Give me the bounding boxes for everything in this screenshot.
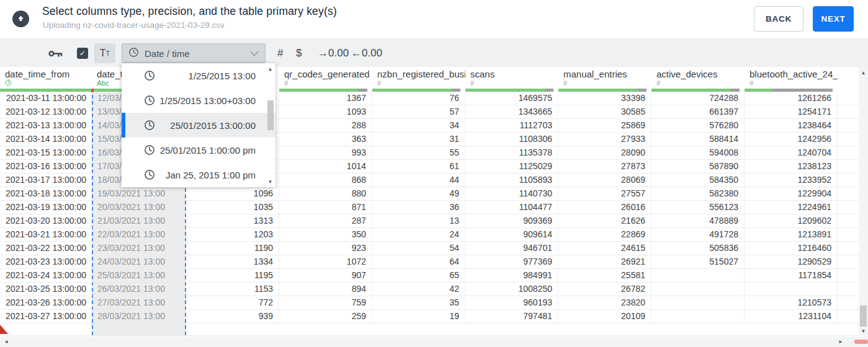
datetime-format-label: 25/01/2015 1:00:00 pm — [160, 145, 275, 156]
table-cell: 2021-03-12 13:00:00 — [0, 105, 92, 119]
datetime-format-option[interactable]: 1/25/2015 13:00+03:00 — [122, 88, 275, 113]
header: Select columns type, precision, and the … — [0, 0, 868, 38]
table-cell: 1224961 — [745, 201, 838, 214]
table-cell: 2021-03-27 13:00:00 — [0, 310, 92, 323]
integer-type-button[interactable]: # — [277, 39, 283, 68]
table-cell: 2021-03-23 13:00:00 — [0, 255, 92, 269]
table-cell: 1254171 — [745, 105, 838, 119]
boolean-type-button[interactable]: ✓ — [77, 39, 88, 68]
table-cell: 27557 — [558, 187, 651, 201]
horizontal-scrollbar-thumb[interactable] — [854, 340, 868, 344]
scroll-up-icon[interactable]: ▲ — [266, 64, 275, 73]
column-header-qr_codes_generated[interactable]: qr_codes_generated# — [279, 67, 372, 89]
column-header-active_devices[interactable]: active_devices# — [651, 67, 745, 89]
scroll-down-icon[interactable]: ▼ — [266, 177, 275, 186]
datetime-format-option[interactable]: Jan 25, 2015 1:00 pm — [122, 162, 275, 187]
table-cell: 984991 — [465, 269, 558, 283]
upload-icon — [12, 11, 29, 27]
scroll-right-icon[interactable]: ► — [836, 336, 845, 347]
clock-icon — [144, 120, 155, 131]
table-cell: 27/03/2021 13:00 — [92, 296, 186, 310]
primary-key-button[interactable] — [48, 39, 63, 68]
table-cell: 76 — [372, 92, 465, 105]
table-cell: 594008 — [651, 146, 745, 160]
scroll-left-icon[interactable]: ◄ — [2, 336, 11, 347]
table-cell: 31 — [372, 133, 465, 146]
column-type-glyph: # — [372, 79, 465, 87]
text-type-label: T — [100, 48, 106, 59]
clock-icon — [144, 70, 155, 81]
datetime-format-option[interactable]: 1/25/2015 13:00 — [122, 63, 275, 88]
datetime-format-label: 25/01/2015 13:00:00 — [170, 120, 275, 131]
vertical-scrollbar-thumb[interactable] — [860, 305, 867, 327]
table-cell: 2021-03-17 13:00:00 — [0, 174, 92, 187]
column-header-scans[interactable]: scans# — [465, 67, 558, 89]
next-button[interactable]: NEXT — [813, 6, 854, 32]
csv-import-wizard: Select columns type, precision, and the … — [0, 0, 868, 347]
column-header-manual_entries[interactable]: manual_entries# — [558, 67, 651, 89]
datetime-format-option[interactable]: 25/01/2015 1:00:00 pm — [122, 138, 275, 162]
table-cell: 22/03/2021 13:00 — [92, 228, 186, 242]
table-cell: 1261266 — [745, 92, 838, 105]
text-type-button[interactable]: TT — [94, 43, 115, 63]
table-row: 2021-03-22 13:00:0023/03/2021 13:0011909… — [0, 242, 859, 255]
table-cell: 1242956 — [745, 133, 838, 146]
column-name: nzbn_registered_busine — [372, 67, 465, 79]
table-cell: 1290529 — [745, 255, 838, 269]
table-cell: 1014 — [279, 160, 372, 174]
table-cell — [651, 269, 745, 283]
table-cell: 894 — [279, 283, 372, 296]
table-cell: 61 — [372, 160, 465, 174]
datetime-format-option[interactable]: 25/01/2015 13:00:00 — [122, 113, 275, 138]
table-cell: 582380 — [651, 187, 745, 201]
back-button[interactable]: BACK — [754, 6, 803, 32]
column-type-glyph: # — [745, 79, 838, 87]
table-cell: 25581 — [558, 269, 651, 283]
horizontal-scrollbar[interactable]: ◄ ► — [0, 336, 868, 347]
table-cell — [745, 283, 838, 296]
table-cell: 49 — [372, 187, 465, 201]
column-header-bluetooth_active_24_hr_[interactable]: bluetooth_active_24_hr_# — [745, 67, 838, 89]
currency-type-button[interactable]: $ — [296, 39, 302, 68]
table-cell: 26782 — [558, 283, 651, 296]
table-cell: 1238464 — [745, 119, 838, 133]
table-cell: 363 — [279, 133, 372, 146]
table-cell: 556123 — [651, 201, 745, 214]
selected-column-marker — [91, 89, 94, 92]
table-cell: 1035 — [186, 201, 279, 214]
column-name: active_devices — [651, 67, 745, 79]
page-title: Select columns type, precision, and the … — [42, 5, 337, 18]
column-header-date_time_from[interactable]: date_time_from — [0, 67, 92, 89]
table-cell: 25869 — [558, 119, 651, 133]
table-cell: 26921 — [558, 255, 651, 269]
table-cell: 288 — [279, 119, 372, 133]
table-row: 2021-03-21 13:00:0022/03/2021 13:0012033… — [0, 228, 859, 242]
vertical-scrollbar[interactable]: ▲ ▼ — [859, 67, 868, 336]
table-cell — [651, 310, 745, 323]
decrease-precision-button[interactable]: ←0.00 — [351, 39, 382, 68]
clock-icon — [144, 95, 155, 106]
scroll-down-icon[interactable]: ▼ — [859, 327, 868, 335]
table-cell: 1343665 — [465, 105, 558, 119]
column-type-glyph: # — [465, 79, 558, 87]
table-cell: 2021-03-14 13:00:00 — [0, 133, 92, 146]
dropdown-scrollbar[interactable]: ▲ ▼ — [266, 64, 275, 186]
table-cell: 259 — [279, 310, 372, 323]
table-cell: 1125029 — [465, 160, 558, 174]
column-name: scans — [465, 67, 558, 79]
dropdown-scrollbar-thumb[interactable] — [267, 100, 274, 130]
table-cell: 1135378 — [465, 146, 558, 160]
table-cell: 26/03/2021 13:00 — [92, 283, 186, 296]
column-name: qr_codes_generated — [279, 67, 372, 79]
table-cell: 1093 — [279, 105, 372, 119]
scroll-up-icon[interactable]: ▲ — [859, 68, 868, 77]
column-header-nzbn_registered_busine[interactable]: nzbn_registered_busine# — [372, 67, 465, 89]
table-cell: 21/03/2021 13:00 — [92, 214, 186, 228]
table-cell: 24/03/2021 13:00 — [92, 255, 186, 269]
column-type-bar — [465, 89, 558, 92]
datetime-format-dropdown: 1/25/2015 13:001/25/2015 13:00+03:0025/0… — [122, 63, 275, 187]
increase-precision-button[interactable]: →0.00 — [318, 39, 349, 68]
table-cell: 35 — [372, 296, 465, 310]
datetime-type-select[interactable]: Date / time — [122, 43, 266, 63]
table-cell: 27873 — [558, 160, 651, 174]
